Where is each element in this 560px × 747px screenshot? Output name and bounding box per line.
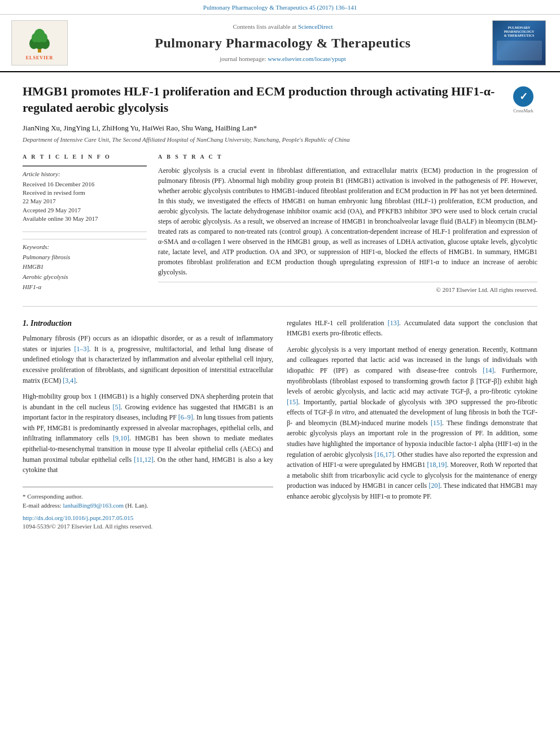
crossmark-icon: ✓ <box>513 86 533 107</box>
elsevier-tree-icon <box>23 25 56 54</box>
doi-line: http://dx.doi.org/10.1016/j.pupt.2017.05… <box>23 514 273 522</box>
available-date: Available online 30 May 2017 <box>23 215 147 223</box>
ref-9-10[interactable]: [9,10] <box>113 434 129 442</box>
ref-3-4[interactable]: [3,4] <box>63 377 76 385</box>
crossmark-badge: ✓ CrossMark <box>509 86 537 114</box>
science-direct-link[interactable]: ScienceDirect <box>298 23 333 30</box>
abstract-heading: A B S T R A C T <box>158 153 537 161</box>
top-bar: Pulmonary Pharmacology & Therapeutics 45… <box>0 0 560 15</box>
intro-heading: 1. Introduction <box>23 318 273 329</box>
article-info-column: A R T I C L E I N F O Article history: R… <box>23 153 147 294</box>
corresponding-author-note: * Corresponding author. <box>23 492 273 501</box>
intro-para4: Aerobic glycolysis is a very important m… <box>287 344 537 502</box>
received-date: Received 16 December 2016 <box>23 180 147 189</box>
elsevier-logo-container: ELSEVIER <box>11 20 73 65</box>
email-link[interactable]: lanhaiBing69@163.com <box>63 502 124 509</box>
accepted-date: Accepted 29 May 2017 <box>23 206 147 215</box>
history-label: Article history: <box>23 170 147 178</box>
abstract-text: Aerobic glycolysis is a crucial event in… <box>158 165 537 277</box>
ref-20[interactable]: [20] <box>429 482 440 490</box>
ref-15b[interactable]: [15] <box>431 419 442 427</box>
ref-16-17[interactable]: [16,17] <box>374 451 394 458</box>
article-info-heading: A R T I C L E I N F O <box>23 153 147 161</box>
ref-18-19[interactable]: [18,19] <box>427 461 447 469</box>
footnote-area: * Corresponding author. E-mail address: … <box>23 487 273 510</box>
affiliation: Department of Intensive Care Unit, The S… <box>23 136 537 144</box>
body-left-column: 1. Introduction Pulmonary fibrosis (PF) … <box>23 318 273 531</box>
issn-line: 1094-5539/© 2017 Elsevier Ltd. All right… <box>23 522 273 531</box>
science-direct-line: Contents lists available at ScienceDirec… <box>79 23 487 31</box>
keyword-4: HIF1-α <box>23 282 147 292</box>
svg-point-6 <box>41 33 47 42</box>
ref-6-9[interactable]: [6–9] <box>178 413 193 421</box>
body-section: 1. Introduction Pulmonary fibrosis (PF) … <box>23 318 537 531</box>
ref-5[interactable]: [5] <box>113 403 121 411</box>
intro-para3: regulates HLF-1 cell proliferation [13].… <box>287 318 537 339</box>
abstract-column: A B S T R A C T Aerobic glycolysis is a … <box>158 153 537 294</box>
ref-15[interactable]: [15] <box>287 398 298 406</box>
keyword-3: Aerobic glycolysis <box>23 272 147 282</box>
article-title-section: HMGB1 promotes HLF-1 proliferation and E… <box>23 84 537 116</box>
ref-14[interactable]: [14] <box>483 366 494 374</box>
elsevier-text: ELSEVIER <box>26 55 53 61</box>
intro-para2: High-mobility group box 1 (HMGB1) is a h… <box>23 391 273 475</box>
authors: JianNing Xu, JingYing Li, ZhiHong Yu, Ha… <box>23 123 537 133</box>
doi-link[interactable]: http://dx.doi.org/10.1016/j.pupt.2017.05… <box>23 514 133 521</box>
copyright-line: © 2017 Elsevier Ltd. All rights reserved… <box>158 282 537 294</box>
revised-label: Received in revised form <box>23 189 147 197</box>
journal-header: ELSEVIER Contents lists available at Sci… <box>0 15 560 72</box>
body-right-column: regulates HLF-1 cell proliferation [13].… <box>287 318 537 531</box>
journal-title-header: Pulmonary Pharmacology & Therapeutics <box>79 34 487 53</box>
article-title: HMGB1 promotes HLF-1 proliferation and E… <box>23 84 504 116</box>
ref-13[interactable]: [13] <box>388 319 399 327</box>
journal-header-center: Contents lists available at ScienceDirec… <box>79 23 487 63</box>
article-history: Article history: Received 16 December 20… <box>23 170 147 223</box>
section-divider <box>23 306 537 307</box>
article-meta-section: A R T I C L E I N F O Article history: R… <box>23 153 537 294</box>
keywords-label: Keywords: <box>23 243 147 251</box>
main-content: HMGB1 promotes HLF-1 proliferation and E… <box>0 72 560 542</box>
crossmark-label: CrossMark <box>513 108 533 114</box>
keywords-section: Keywords: Pulmonary fibrosis HMGB1 Aerob… <box>23 239 147 292</box>
svg-point-5 <box>32 33 38 42</box>
keyword-2: HMGB1 <box>23 262 147 272</box>
ref-11-12[interactable]: [11,12] <box>134 456 154 464</box>
journal-citation: Pulmonary Pharmacology & Therapeutics 45… <box>203 4 357 11</box>
article-info-box: Article history: Received 16 December 20… <box>23 165 147 231</box>
journal-cover-image: PULMONARYPHARMACOLOGY& THERAPEUTICS <box>492 20 546 65</box>
email-note: E-mail address: lanhaiBing69@163.com (H.… <box>23 501 273 510</box>
intro-para1: Pulmonary fibrosis (PF) occurs as an idi… <box>23 333 273 386</box>
journal-homepage-link[interactable]: www.elsevier.com/locate/ypupt <box>268 55 346 62</box>
revised-date: 22 May 2017 <box>23 197 147 206</box>
elsevier-logo: ELSEVIER <box>11 20 68 65</box>
journal-homepage: journal homepage: www.elsevier.com/locat… <box>79 55 487 63</box>
keyword-1: Pulmonary fibrosis <box>23 252 147 263</box>
journal-cover-container: PULMONARYPHARMACOLOGY& THERAPEUTICS <box>492 20 549 65</box>
ref-1-3[interactable]: [1–3] <box>75 345 89 353</box>
